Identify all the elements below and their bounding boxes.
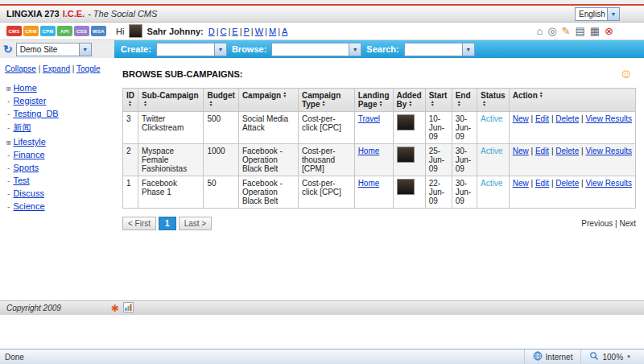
- greeting: Hi: [116, 27, 124, 36]
- first-page-button[interactable]: < First: [122, 217, 156, 230]
- toggle-link[interactable]: Toggle: [76, 64, 100, 73]
- sidebar-item-test[interactable]: Test: [13, 176, 29, 185]
- site-select[interactable]: Demo Site ▼: [16, 43, 92, 56]
- delete-link[interactable]: Delete: [555, 179, 579, 188]
- edit-link[interactable]: Edit: [535, 179, 549, 188]
- tree-toggle-icon[interactable]: -: [6, 124, 10, 132]
- design-icon[interactable]: ✎: [562, 26, 571, 36]
- logout-icon[interactable]: ⊗: [605, 26, 613, 36]
- sidebar-item-sports[interactable]: Sports: [13, 163, 39, 172]
- sort-icon[interactable]: ▲▼: [431, 100, 435, 106]
- sort-icon[interactable]: ▲▼: [408, 100, 412, 106]
- sort-icon[interactable]: ▲▼: [208, 100, 213, 106]
- tree-toggle-icon[interactable]: -: [6, 164, 10, 172]
- sort-icon[interactable]: ▲▼: [322, 100, 326, 106]
- stats-icon[interactable]: [123, 302, 134, 314]
- sort-icon[interactable]: ▲▼: [482, 100, 486, 106]
- landing-page-link[interactable]: Home: [358, 147, 380, 155]
- previous-link[interactable]: Previous: [581, 219, 613, 228]
- quick-link-d[interactable]: D: [208, 27, 215, 36]
- separator: |: [581, 114, 584, 123]
- site-selector-row: ↻ Demo Site ▼: [0, 40, 114, 58]
- delete-link[interactable]: Delete: [555, 147, 579, 155]
- module-badge-crm[interactable]: CRM: [23, 26, 39, 36]
- quick-link-p[interactable]: P: [244, 27, 250, 36]
- column-label: Landing Page: [358, 91, 390, 109]
- sort-icon[interactable]: ▲▼: [379, 100, 383, 106]
- view-results-link[interactable]: View Results: [585, 179, 632, 188]
- view-results-link[interactable]: View Results: [585, 147, 632, 155]
- module-badge-css[interactable]: CSS: [74, 26, 89, 36]
- column-header-landing-page[interactable]: Landing Page▲▼: [354, 89, 393, 112]
- column-header-start[interactable]: Start▲▼: [425, 89, 452, 112]
- column-header-action[interactable]: Action▲▼: [509, 89, 635, 112]
- collapse-link[interactable]: Collapse: [5, 64, 36, 73]
- sidebar-item-lifestyle[interactable]: Lifestyle: [13, 137, 45, 147]
- browse-label: Browse:: [232, 44, 266, 54]
- current-page-button[interactable]: 1: [159, 217, 176, 230]
- brand-name: LINGXIA 273: [6, 9, 60, 19]
- column-header-sub-campaign[interactable]: Sub-Campaign▲▼: [138, 89, 204, 112]
- print-icon[interactable]: ▤: [576, 26, 585, 36]
- edit-link[interactable]: Edit: [535, 114, 549, 123]
- module-badge-wsa[interactable]: WSA: [91, 26, 106, 36]
- module-badge-api[interactable]: API: [57, 26, 72, 36]
- sidebar-item-home[interactable]: Home: [13, 83, 36, 93]
- tree-toggle-icon[interactable]: -: [6, 203, 10, 211]
- sort-icon[interactable]: ▲▼: [283, 91, 287, 97]
- browse-select[interactable]: Sub-Campaign ▼: [271, 43, 361, 56]
- expand-link[interactable]: Expand: [43, 64, 70, 73]
- module-badge-cpm[interactable]: CPM: [40, 26, 56, 36]
- quick-link-c[interactable]: C: [221, 27, 227, 36]
- next-link[interactable]: Next: [619, 219, 636, 228]
- sidebar-item-science[interactable]: Science: [13, 201, 44, 211]
- column-header-added-by[interactable]: Added By▲▼: [393, 89, 425, 112]
- column-header-end[interactable]: End▲▼: [452, 89, 477, 112]
- sidebar-item-news[interactable]: 新闻: [13, 122, 31, 132]
- sidebar-item-finance[interactable]: Finance: [13, 150, 44, 159]
- column-header-id[interactable]: ID▲▼: [123, 89, 138, 112]
- zoom-control[interactable]: 100% ▼: [580, 350, 639, 364]
- tree-toggle-icon[interactable]: -: [6, 97, 10, 105]
- preview-icon[interactable]: ◎: [547, 26, 556, 36]
- tree-toggle-icon[interactable]: -: [6, 177, 10, 185]
- last-page-button[interactable]: Last >: [179, 217, 213, 230]
- archive-icon[interactable]: ▦: [590, 26, 600, 36]
- tree-toggle-icon[interactable]: -: [6, 151, 10, 159]
- module-badge-cms[interactable]: CMS: [6, 26, 22, 36]
- sidebar-item-testing-db[interactable]: Testing_DB: [13, 109, 58, 118]
- refresh-icon[interactable]: ↻: [3, 43, 13, 56]
- quick-link-a[interactable]: A: [282, 27, 287, 36]
- view-results-link[interactable]: View Results: [585, 114, 632, 123]
- sort-icon[interactable]: ▲▼: [539, 91, 543, 97]
- tree-toggle-icon[interactable]: ⊞: [6, 85, 10, 93]
- tree-toggle-icon[interactable]: -: [6, 190, 10, 198]
- sidebar-item-register[interactable]: Register: [13, 96, 46, 105]
- edit-link[interactable]: Edit: [535, 147, 549, 155]
- sort-icon[interactable]: ▲▼: [128, 100, 132, 106]
- column-header-campaign[interactable]: Campaign▲▼: [238, 89, 298, 112]
- new-link[interactable]: New: [513, 147, 529, 155]
- search-select[interactable]: Select: ▼: [404, 43, 475, 56]
- tree-toggle-icon[interactable]: ⊞: [6, 139, 10, 147]
- new-link[interactable]: New: [513, 114, 529, 123]
- sidebar-item-discuss[interactable]: Discuss: [13, 188, 44, 198]
- quick-link-w[interactable]: W: [255, 27, 263, 36]
- tree-item: -Finance: [6, 150, 114, 159]
- delete-link[interactable]: Delete: [555, 114, 579, 123]
- landing-page-link[interactable]: Home: [358, 179, 380, 188]
- quick-link-e[interactable]: E: [232, 27, 237, 36]
- sort-icon[interactable]: ▲▼: [143, 100, 147, 106]
- home-icon[interactable]: ⌂: [536, 26, 543, 36]
- column-header-campaign-type[interactable]: Campaign Type▲▼: [298, 89, 354, 112]
- tree-toggle-icon[interactable]: -: [6, 110, 10, 118]
- logo-icon[interactable]: ✱: [111, 304, 119, 313]
- sort-icon[interactable]: ▲▼: [457, 100, 461, 106]
- column-header-status[interactable]: Status▲▼: [477, 89, 510, 112]
- create-select[interactable]: Select: ▼: [156, 43, 227, 56]
- column-header-budget[interactable]: Budget▲▼: [204, 89, 238, 112]
- quick-link-m[interactable]: M: [269, 27, 276, 36]
- landing-page-link[interactable]: Travel: [358, 114, 380, 123]
- new-link[interactable]: New: [513, 179, 529, 188]
- language-select[interactable]: English ▼: [575, 7, 620, 21]
